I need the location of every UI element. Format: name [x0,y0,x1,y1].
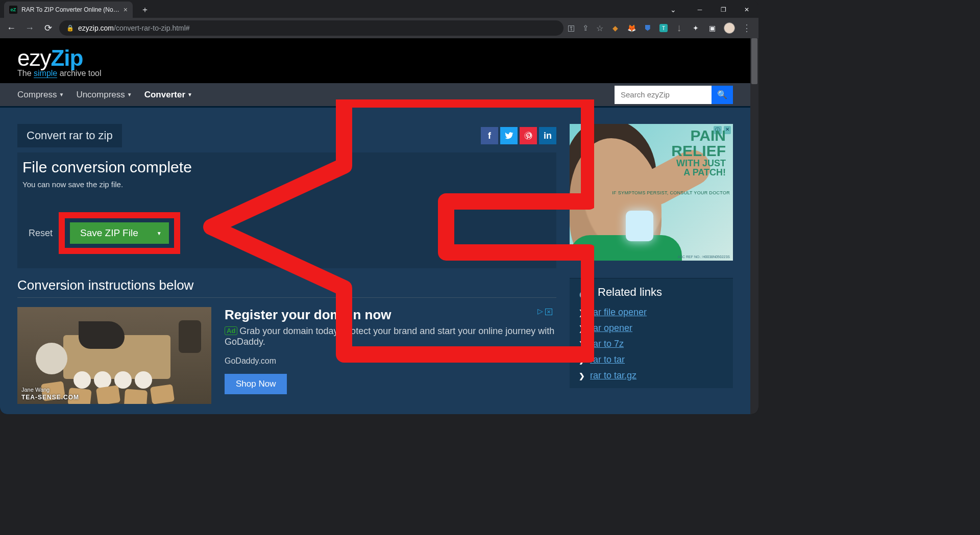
twitter-icon [504,131,513,140]
status-heading: File conversion complete [22,159,556,176]
instructions-heading: Conversion instructions below [17,277,556,293]
extension-translate-icon[interactable]: T [659,24,668,32]
site-search-button[interactable]: 🔍 [712,86,733,104]
sidebar-ad[interactable]: ⓘ✕ PAIN RELIEF WITH JUST A PATCH! IF SYM… [570,124,733,261]
caret-down-icon: ▼ [59,92,64,97]
ad-disclaimer: IF SYMPTOMS PERSIST, CONSULT YOUR DOCTOR [612,190,730,195]
reset-button[interactable]: Reset [29,228,53,239]
ad-cta-button[interactable]: Shop Now [225,374,287,394]
adchoices-icon[interactable]: ▷✕ [537,307,552,315]
related-link[interactable]: rar to tar.gz [590,370,636,381]
back-button[interactable]: ← [4,21,18,35]
nav-compress[interactable]: Compress▼ [17,90,64,100]
browser-tab[interactable]: eZ RAR To ZIP Converter Online (No… × [4,2,133,18]
new-tab-button[interactable]: ＋ [138,3,152,17]
extension-icon[interactable]: ◆ [610,23,620,33]
download-icon[interactable]: ⭣ [675,23,684,33]
extension-metamask-icon[interactable]: 🦊 [627,23,636,33]
link-icon: 🔗 [579,286,593,299]
inline-ad[interactable]: ▷✕ Jane WangTEA-SENSE.COM Register your … [17,307,556,404]
logo-text-prefix: ezy [17,45,51,70]
extensions-puzzle-icon[interactable]: ✦ [691,23,700,33]
ad-vendor: GoDaddy.com [225,356,556,366]
chevron-right-icon: ❯ [579,372,585,380]
related-link[interactable]: rar to 7z [590,339,624,349]
caret-down-icon: ▼ [187,92,192,97]
extension-shield-icon[interactable]: ⛊ [643,23,652,33]
site-header: ezyZip The simple archive tool [0,38,750,83]
address-bar[interactable]: 🔒 ezyzip.com/convert-rar-to-zip.html# [59,20,564,36]
site-search-input[interactable] [615,86,712,104]
share-icon[interactable]: ⇪ [582,23,589,33]
logo-text-suffix: Zip [51,45,83,70]
site-logo[interactable]: ezyZip The simple archive tool [17,45,733,78]
window-close-button[interactable]: ✕ [735,2,758,18]
favicon-icon: eZ [9,6,17,14]
divider [17,297,556,298]
related-links-panel: 🔗 Related links ❯rar file opener ❯rar op… [570,278,733,388]
scrollbar-thumb[interactable] [751,38,757,84]
browser-toolbar: ← → ⟳ 🔒 ezyzip.com/convert-rar-to-zip.ht… [0,18,758,38]
ad-headline: PAIN RELIEF WITH JUST A PATCH! [671,128,726,177]
ad-badge: Ad [225,326,237,335]
profile-avatar[interactable] [724,22,735,34]
related-link-item: ❯rar opener [579,323,724,334]
chevron-right-icon: ❯ [579,340,585,348]
nav-converter[interactable]: Converter▼ [144,90,192,100]
share-twitter-button[interactable] [500,127,518,144]
site-nav: Compress▼ Uncompress▼ Converter▼ 🔍 [0,83,750,108]
related-link[interactable]: rar file opener [590,307,647,318]
reload-button[interactable]: ⟳ [41,21,55,35]
share-pinterest-button[interactable] [520,127,537,144]
browser-menu-icon[interactable]: ⋮ [742,22,751,34]
related-link-item: ❯rar to 7z [579,339,724,349]
caret-down-icon: ▼ [127,92,132,97]
pinterest-icon [524,131,533,140]
forward-button[interactable]: → [22,21,37,35]
password-key-icon[interactable]: ⚿ [568,24,575,33]
tab-title: RAR To ZIP Converter Online (No… [21,6,119,13]
url-domain: ezyzip.com [78,24,114,32]
page-viewport: ezyZip The simple archive tool Compress▼… [0,38,758,414]
ad-copy: Grab your domain today, protect your bra… [225,326,554,347]
status-subtext: You can now save the zip file. [22,180,556,189]
window-maximize-button[interactable]: ❐ [712,2,735,18]
save-zip-button[interactable]: Save ZIP File ▼ [70,222,169,244]
page-tab-label: Convert rar to zip [17,124,122,147]
caret-down-icon[interactable]: ▼ [157,231,162,236]
url-path: /convert-rar-to-zip.html# [114,24,190,32]
related-link-item: ❯rar to tar.gz [579,370,724,381]
related-link[interactable]: rar to tar [590,354,625,365]
chevron-right-icon: ❯ [579,309,585,317]
share-linkedin-button[interactable]: in [539,127,556,144]
ad-title: Register your domain now [225,307,556,323]
related-link-item: ❯rar to tar [579,354,724,365]
bookmark-star-icon[interactable]: ☆ [596,23,603,33]
share-facebook-button[interactable]: f [481,127,498,144]
nav-uncompress[interactable]: Uncompress▼ [76,90,132,100]
ad-reference: ASC REF NO.: H0038N050223S [678,255,730,259]
browser-title-bar: eZ RAR To ZIP Converter Online (No… × ＋ … [0,0,758,18]
window-minimize-button[interactable]: ─ [688,2,712,18]
extension-square-icon[interactable]: ▣ [707,23,717,33]
ad-image: Jane WangTEA-SENSE.COM [17,307,211,404]
chevron-right-icon: ❯ [579,324,585,333]
close-tab-icon[interactable]: × [124,6,128,14]
vertical-scrollbar[interactable] [750,38,758,414]
tab-dropdown-icon[interactable]: ⌄ [662,2,685,18]
related-link-item: ❯rar file opener [579,307,724,318]
related-link[interactable]: rar opener [590,323,632,334]
lock-icon: 🔒 [66,24,74,32]
chevron-right-icon: ❯ [579,356,585,364]
conversion-panel: f in File conversion complete You can no… [17,152,556,268]
search-icon: 🔍 [717,90,727,99]
annotation-highlight-box: Save ZIP File ▼ [59,212,180,254]
related-links-heading: 🔗 Related links [579,286,724,299]
